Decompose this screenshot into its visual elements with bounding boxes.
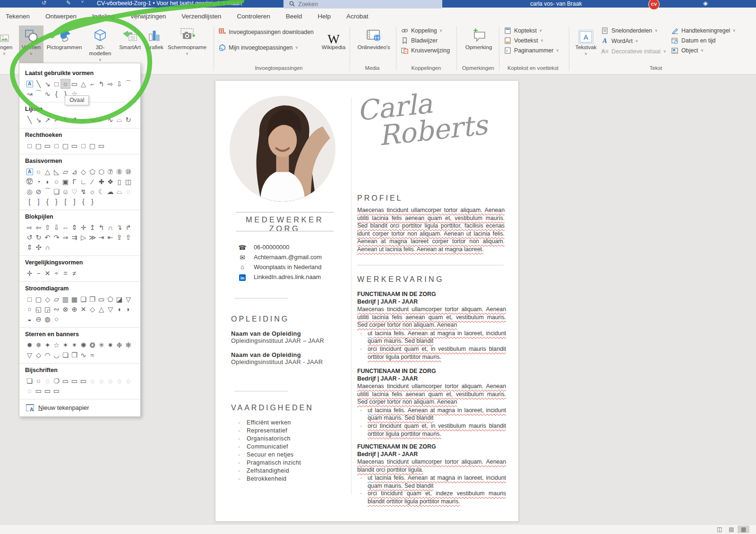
shape-icon[interactable]: ◫ (124, 177, 133, 186)
shape-icon[interactable]: ⇤ (106, 233, 115, 242)
online-videos-button[interactable]: Onlinevideo's (354, 25, 393, 63)
shape-icon[interactable]: ▭ (43, 141, 52, 150)
shape-icon[interactable]: ◡ (52, 350, 61, 359)
shape-icon[interactable]: ▢ (34, 141, 43, 150)
shape-icon[interactable]: A (26, 169, 33, 175)
shape-icon[interactable]: ▯ (115, 177, 124, 186)
shape-icon[interactable]: ∕ (88, 177, 97, 186)
shape-icon[interactable]: □ (25, 295, 34, 304)
shape-icon[interactable]: ⊕ (70, 305, 79, 314)
shape-icon[interactable]: ▽ (106, 305, 115, 314)
cross-reference-button[interactable]: Kruisverwijzing (401, 47, 450, 54)
shape-icon[interactable]: ∿ (79, 350, 88, 359)
shape-icon[interactable]: ☼ (88, 187, 97, 196)
shape-icon[interactable]: ⊖ (34, 314, 43, 323)
shape-icon[interactable]: ○ (34, 376, 43, 385)
shape-icon[interactable]: = (61, 269, 70, 278)
view-mode-icon[interactable]: ◫ (713, 526, 725, 533)
shapes-button[interactable]: Vormen ˅ (19, 25, 43, 64)
shape-icon[interactable]: ▱ (61, 167, 70, 176)
shape-icon[interactable]: A (26, 81, 33, 87)
work-experience-heading[interactable]: WERKERVARING (357, 275, 444, 284)
shape-icon[interactable]: ↰ (97, 79, 106, 88)
shape-icon[interactable]: ⊗ (61, 305, 70, 314)
shape-icon[interactable]: ⌐ (88, 79, 97, 88)
redo-icon[interactable]: ✎ (66, 0, 71, 6)
shape-icon[interactable]: ☾ (97, 187, 106, 196)
skill-item[interactable]: Zelfstandigheid (234, 467, 305, 475)
shape-icon[interactable]: ◌ (115, 376, 124, 385)
shape-icon[interactable]: ⌒ (34, 89, 43, 98)
ribbon-tab[interactable]: Verzendlijsten (181, 13, 221, 20)
shape-icon[interactable]: ✶ (61, 340, 70, 349)
shape-icon[interactable]: ❐ (88, 295, 97, 304)
shape-icon[interactable]: ↯ (79, 187, 88, 196)
shape-icon[interactable]: ∿ (43, 89, 52, 98)
shape-icon[interactable]: ✳ (97, 340, 106, 349)
shape-icon[interactable]: ∾ (52, 305, 61, 314)
quick-parts-button[interactable]: Snelonderdelen ˅ (601, 27, 666, 34)
shape-icon[interactable]: ▢ (88, 141, 97, 150)
shape-icon[interactable]: ⬠ (106, 295, 115, 304)
shape-icon[interactable]: ◇ (34, 350, 43, 359)
chevron-down-icon[interactable]: ˅ (81, 0, 84, 4)
shape-icon[interactable]: ✴ (70, 340, 79, 349)
shape-icon[interactable]: ⌓ (115, 187, 124, 196)
shape-icon[interactable]: ▽ (124, 295, 133, 304)
skill-item[interactable]: Communicatief (234, 443, 305, 451)
shape-icon[interactable]: ⑩ (124, 167, 133, 176)
shape-icon[interactable]: ∩ (43, 243, 52, 252)
shape-icon[interactable]: ▥ (61, 295, 70, 304)
shape-icon[interactable]: ⌒ (124, 79, 133, 88)
shape-icon[interactable]: ⑦ (106, 167, 115, 176)
shape-icon[interactable]: □ (52, 79, 61, 88)
shape-icon[interactable]: ≠ (70, 269, 79, 278)
shape-icon[interactable]: ❏ (79, 295, 88, 304)
shape-icon[interactable]: ↜ (97, 115, 106, 124)
shape-icon[interactable]: ⇩ (52, 223, 61, 232)
shape-icon[interactable]: ↘ (43, 79, 52, 88)
shape-icon[interactable]: ✺ (79, 340, 88, 349)
work-entry[interactable]: FUNCTIENAAM IN DE ZORG Bedrijf | JAAR - … (357, 443, 506, 506)
shape-icon[interactable]: ◎ (25, 187, 34, 196)
shape-icon[interactable]: ≈ (88, 350, 97, 359)
shape-icon[interactable]: ▭ (97, 295, 106, 304)
shape-icon[interactable]: ↺ (25, 233, 34, 242)
shape-icon[interactable]: ◔ (34, 177, 43, 186)
shape-icon[interactable]: ◌ (124, 376, 133, 385)
shape-icon[interactable]: ◌ (43, 376, 52, 385)
shape-icon[interactable]: ✛ (25, 269, 34, 278)
ribbon-tab[interactable]: Controleren (237, 13, 270, 20)
shape-icon[interactable]: ▽ (25, 350, 34, 359)
name-signature[interactable]: Carla Roberts (356, 85, 489, 151)
shape-icon[interactable]: ⌒ (43, 187, 52, 196)
shape-icon[interactable]: ✹ (25, 340, 34, 349)
shape-icon[interactable]: ▦ (70, 295, 79, 304)
shape-icon[interactable]: ✛ (79, 223, 88, 232)
shape-icon[interactable]: ╲ (34, 79, 43, 88)
shape-icon[interactable]: ✣ (34, 243, 43, 252)
shape-icon[interactable]: ▢ (34, 295, 43, 304)
footer-button[interactable]: Voettekst ˅ (504, 37, 558, 44)
link-button[interactable]: Koppeling ˅ (401, 27, 450, 34)
shape-icon[interactable]: ◌ (106, 376, 115, 385)
shape-icon[interactable]: } (52, 197, 61, 206)
shape-icon[interactable]: − (34, 269, 43, 278)
shape-icon[interactable]: ∼ (79, 115, 88, 124)
shape-icon[interactable]: □ (25, 141, 34, 150)
work-entry[interactable]: FUNCTIENAAM IN DE ZORG Bedrijf | JAAR - … (357, 368, 506, 438)
ribbon-tab[interactable]: Indeling (92, 13, 114, 20)
shape-icon[interactable]: ↻ (34, 233, 43, 242)
shape-icon[interactable]: { (52, 89, 61, 98)
shape-icon[interactable]: ❖ (106, 177, 115, 186)
shape-icon[interactable]: ◱ (34, 305, 43, 314)
shape-icon[interactable]: ↶ (43, 233, 52, 242)
shape-icon[interactable]: } (88, 197, 97, 206)
profile-text[interactable]: Maecenas tincidunt ullamcorper tortor al… (357, 206, 505, 254)
view-mode-icon[interactable]: ▤ (725, 526, 737, 533)
shape-icon[interactable]: ▭ (97, 141, 106, 150)
shape-icon[interactable]: ❏ (61, 350, 70, 359)
shape-icon[interactable]: ▭ (70, 141, 79, 150)
shape-icon[interactable]: ⑧ (115, 167, 124, 176)
shape-icon[interactable]: ☆ (52, 340, 61, 349)
